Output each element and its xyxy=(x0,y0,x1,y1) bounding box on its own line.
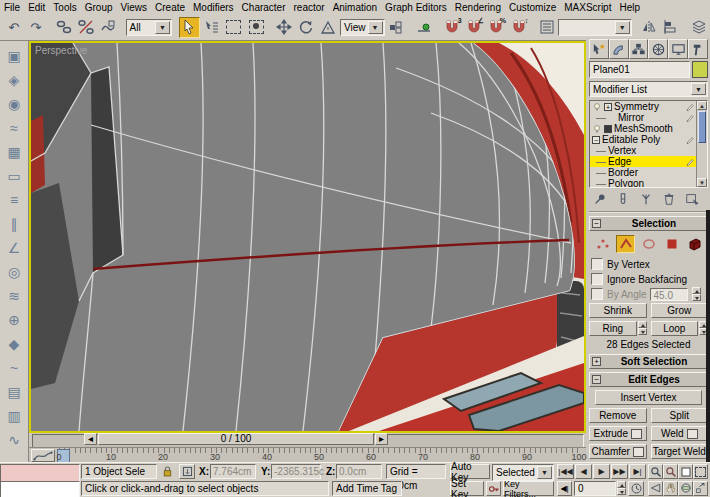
x-coordinate-field[interactable]: 7.764cm xyxy=(210,464,256,479)
layer-manager-icon[interactable] xyxy=(689,17,710,38)
go-to-end-icon[interactable]: ▶| xyxy=(629,464,646,479)
menu-item[interactable]: reactor xyxy=(290,1,329,14)
menu-item[interactable]: Tools xyxy=(49,1,80,14)
zoom-region-icon[interactable] xyxy=(693,464,708,479)
edge-mode-icon[interactable] xyxy=(616,235,635,253)
pin-stack-icon[interactable] xyxy=(589,191,610,207)
cloth-modifier-icon[interactable]: ▤ xyxy=(2,380,26,404)
by-vertex-checkbox[interactable] xyxy=(591,258,603,270)
plane-icon[interactable]: ▭ xyxy=(2,164,26,188)
ignore-backfacing-checkbox[interactable] xyxy=(591,273,603,285)
modify-tab-icon[interactable] xyxy=(609,39,629,59)
stack-row-vertex[interactable]: Vertex xyxy=(590,145,707,156)
selection-lock-icon[interactable] xyxy=(159,464,175,479)
frame-spinner[interactable] xyxy=(617,481,626,495)
field-of-view-icon[interactable] xyxy=(648,481,663,496)
insert-vertex-button[interactable]: Insert Vertex xyxy=(595,390,702,405)
time-slider-prev-icon[interactable]: ◂ xyxy=(84,433,97,445)
expand-icon[interactable]: + xyxy=(604,103,612,111)
wind-icon[interactable]: ≋ xyxy=(2,284,26,308)
spring-icon[interactable]: ≡ xyxy=(2,188,26,212)
make-unique-icon[interactable] xyxy=(635,191,656,207)
menu-item[interactable]: MAXScript xyxy=(560,1,615,14)
remove-modifier-icon[interactable] xyxy=(658,191,679,207)
soft-body-modifier-icon[interactable]: ▥ xyxy=(2,404,26,428)
loop-button[interactable]: Loop xyxy=(651,321,699,336)
set-key-button[interactable]: Set Key xyxy=(450,481,484,496)
bind-to-space-warp-icon[interactable] xyxy=(98,17,119,38)
menu-item[interactable]: Modifiers xyxy=(189,1,238,14)
menu-item[interactable]: Group xyxy=(81,1,117,14)
stack-row-border[interactable]: Border xyxy=(590,167,707,178)
rectangular-selection-region-icon[interactable] xyxy=(223,17,244,38)
hierarchy-tab-icon[interactable] xyxy=(629,39,649,59)
percent-snap-toggle-icon[interactable]: % xyxy=(486,17,507,38)
set-keys-icon[interactable] xyxy=(486,481,501,496)
collapse-icon[interactable]: − xyxy=(592,375,601,384)
linear-dashpot-icon[interactable]: ∥ xyxy=(2,212,26,236)
angle-snap-toggle-icon[interactable]: ∠ xyxy=(464,17,485,38)
select-and-manipulate-icon[interactable] xyxy=(414,17,435,38)
select-object-button[interactable] xyxy=(179,17,200,38)
stack-row-polygon[interactable]: Polygon xyxy=(590,178,707,188)
rigid-body-collection-icon[interactable]: ▣ xyxy=(2,44,26,68)
menu-item[interactable]: Animation xyxy=(329,1,381,14)
scrollbar-thumb[interactable] xyxy=(698,111,706,143)
mirror-icon[interactable] xyxy=(638,17,659,38)
configure-modifier-sets-icon[interactable] xyxy=(681,191,702,207)
water-icon[interactable]: ~ xyxy=(2,356,26,380)
utilities-tab-icon[interactable] xyxy=(688,39,708,59)
menu-item[interactable]: Customize xyxy=(505,1,560,14)
previous-frame-icon[interactable]: ◀ xyxy=(575,464,592,479)
align-icon[interactable] xyxy=(661,17,682,38)
spinner-snap-toggle-icon[interactable]: ↕ xyxy=(508,17,529,38)
select-and-scale-icon[interactable] xyxy=(318,17,339,38)
menu-item[interactable]: Graph Editors xyxy=(381,1,451,14)
perspective-viewport[interactable]: Perspective xyxy=(29,41,586,433)
play-icon[interactable]: ▶ xyxy=(593,464,610,479)
soft-body-collection-icon[interactable]: ◉ xyxy=(2,92,26,116)
use-pivot-point-center-icon[interactable] xyxy=(386,17,407,38)
unlink-selection-icon[interactable] xyxy=(75,17,96,38)
zoom-extents-icon[interactable] xyxy=(678,464,693,479)
fracture-icon[interactable]: ◆ xyxy=(2,332,26,356)
maxscript-listener-field[interactable] xyxy=(0,481,80,497)
stack-row-symmetry[interactable]: + Symmetry xyxy=(590,101,707,112)
border-mode-icon[interactable] xyxy=(639,235,658,253)
next-frame-icon[interactable]: ▶▶ xyxy=(611,464,628,479)
select-and-move-icon[interactable] xyxy=(273,17,294,38)
key-mode-toggle-icon[interactable]: ◀| xyxy=(557,481,572,496)
chevron-down-icon[interactable]: ▼ xyxy=(155,21,170,34)
z-coordinate-field[interactable]: 0.0cm xyxy=(336,464,382,479)
scroll-up-icon[interactable]: ▲ xyxy=(697,101,707,110)
stack-row-editable-poly[interactable]: − Editable Poly xyxy=(590,134,707,145)
redo-icon[interactable]: ↷ xyxy=(25,17,46,38)
expand-icon[interactable]: + xyxy=(592,357,601,366)
ring-button[interactable]: Ring xyxy=(589,321,637,336)
select-and-link-icon[interactable] xyxy=(53,17,74,38)
y-coordinate-field[interactable]: -2365.315c xyxy=(271,464,321,479)
split-button[interactable]: Split xyxy=(651,408,709,423)
cloth-collection-icon[interactable]: ◈ xyxy=(2,68,26,92)
scroll-down-icon[interactable]: ▼ xyxy=(697,178,707,187)
menu-item[interactable]: Edit xyxy=(24,1,49,14)
current-frame-field[interactable]: 0 xyxy=(574,481,616,496)
menu-item[interactable]: Rendering xyxy=(451,1,505,14)
viewport-label[interactable]: Perspective xyxy=(35,45,87,56)
chamfer-settings-icon[interactable] xyxy=(633,447,644,457)
create-tab-icon[interactable] xyxy=(589,39,609,59)
select-and-rotate-icon[interactable] xyxy=(296,17,317,38)
menu-item[interactable]: File xyxy=(0,1,24,14)
snap-toggle-icon[interactable]: 3 xyxy=(442,17,463,38)
extrude-button[interactable]: Extrude xyxy=(589,426,647,441)
grow-button[interactable]: Grow xyxy=(651,303,709,318)
menu-item[interactable]: Views xyxy=(117,1,152,14)
time-configuration-icon[interactable] xyxy=(628,481,644,496)
object-name-field[interactable]: Plane01 xyxy=(589,61,690,78)
weld-button[interactable]: Weld xyxy=(651,426,709,441)
add-time-tag[interactable]: Add Time Tag xyxy=(332,481,402,496)
go-to-start-icon[interactable]: |◀◀ xyxy=(557,464,574,479)
show-end-result-icon[interactable] xyxy=(612,191,633,207)
stack-row-edge[interactable]: Edge xyxy=(590,156,707,167)
pan-icon[interactable] xyxy=(663,481,678,496)
